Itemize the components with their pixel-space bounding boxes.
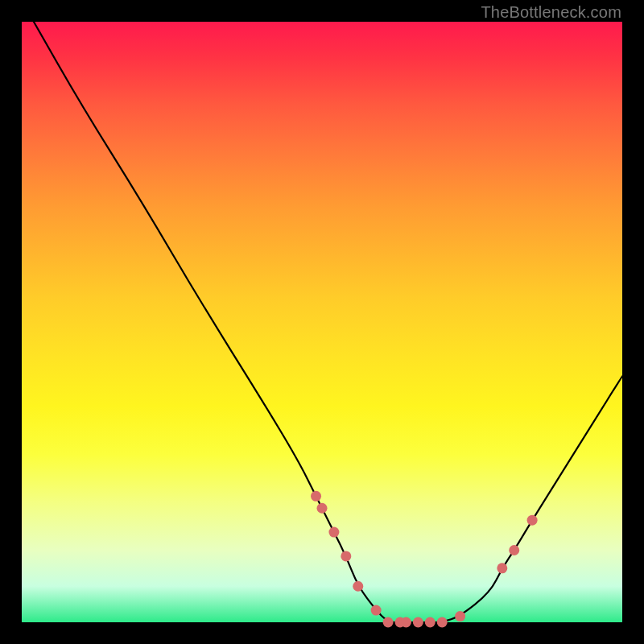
marker-dot — [401, 617, 411, 628]
marker-dot — [455, 611, 465, 621]
data-point-markers — [311, 491, 538, 628]
marker-dot — [497, 563, 507, 573]
marker-dot — [311, 491, 321, 502]
marker-dot — [509, 545, 519, 555]
marker-dot — [341, 551, 351, 561]
marker-dot — [437, 617, 448, 628]
marker-dot — [425, 617, 436, 628]
attribution-text: TheBottleneck.com — [481, 3, 621, 22]
marker-dot — [371, 605, 382, 616]
marker-dot — [328, 527, 339, 538]
chart-frame: TheBottleneck.com — [0, 0, 644, 644]
curve-layer — [22, 22, 622, 622]
marker-dot — [317, 503, 328, 514]
marker-dot — [527, 515, 538, 526]
bottleneck-curve — [34, 22, 622, 622]
marker-dot — [383, 617, 394, 628]
marker-dot — [353, 581, 363, 592]
marker-dot — [413, 617, 423, 628]
